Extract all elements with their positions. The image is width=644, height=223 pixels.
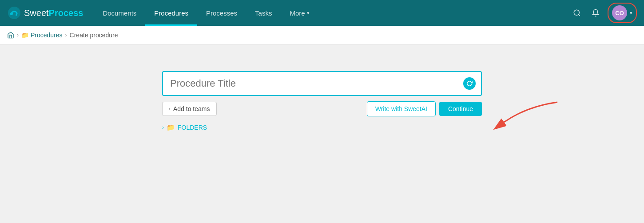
continue-button[interactable]: Continue [439,102,482,116]
search-icon [573,9,581,17]
navbar: SweetProcess Documents Procedures Proces… [0,0,644,26]
nav-documents[interactable]: Documents [94,0,145,26]
avatar: CO [612,5,627,20]
main-content: › Add to teams Write with SweetAI Contin… [0,44,644,223]
refresh-icon[interactable] [463,77,476,90]
notifications-button[interactable] [589,6,602,20]
user-chevron-icon: ▾ [630,10,632,16]
nav-processes[interactable]: Processes [197,0,246,26]
home-icon [7,32,14,39]
title-input-wrapper [162,71,482,96]
folders-chevron-icon: › [162,124,164,131]
search-button[interactable] [570,6,584,20]
folders-folder-icon: 📁 [167,123,175,131]
create-procedure-form: › Add to teams Write with SweetAI Contin… [162,71,482,223]
brand-sweet: Sweet [24,8,49,18]
annotation-arrow [491,98,562,135]
breadcrumb-sep-2: › [65,32,67,38]
bell-icon [592,9,600,17]
user-menu[interactable]: CO ▾ [608,3,637,23]
right-actions: Write with SweetAI Continue [367,101,482,116]
svg-point-2 [574,10,579,15]
add-teams-button[interactable]: › Add to teams [162,102,217,116]
breadcrumb-home[interactable] [7,32,14,39]
write-with-sweetai-button[interactable]: Write with SweetAI [367,101,436,116]
red-arrow-icon [491,98,562,133]
folders-row[interactable]: › 📁 FOLDERS [162,123,482,131]
sweet-process-icon [7,6,21,20]
add-teams-chevron-icon: › [169,106,171,112]
breadcrumb-current: Create procedure [70,32,118,39]
brand-process: Process [49,8,83,18]
breadcrumb: › 📁 Procedures › Create procedure [0,26,644,44]
procedure-title-input[interactable] [162,71,482,96]
brand-logo[interactable]: SweetProcess [7,6,83,20]
breadcrumb-folder-icon: 📁 [21,32,29,39]
more-chevron-icon: ▾ [307,10,310,16]
svg-point-0 [8,7,20,19]
nav-links: Documents Procedures Processes Tasks Mor… [94,0,570,26]
breadcrumb-sep-1: › [17,32,19,38]
nav-procedures[interactable]: Procedures [145,0,197,26]
nav-tasks[interactable]: Tasks [246,0,281,26]
nav-more[interactable]: More ▾ [281,0,318,26]
nav-right: CO ▾ [570,3,637,23]
actions-row: › Add to teams Write with SweetAI Contin… [162,101,482,116]
breadcrumb-procedures[interactable]: 📁 Procedures [21,32,63,39]
svg-point-1 [10,12,13,15]
